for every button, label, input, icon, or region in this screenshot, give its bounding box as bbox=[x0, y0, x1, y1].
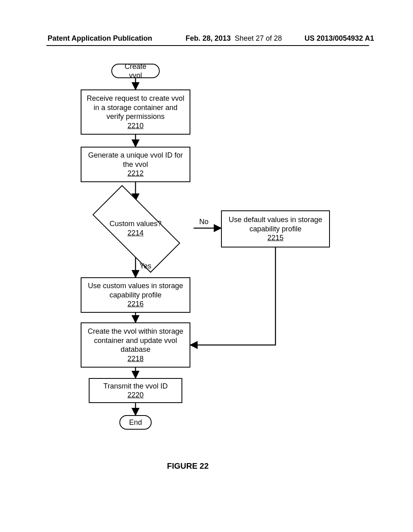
process-2220-text: Transmit the vvol ID bbox=[103, 382, 167, 391]
process-2216-ref: 2216 bbox=[127, 299, 144, 309]
process-2212: Generate a unique vvol ID for the vvol 2… bbox=[81, 147, 190, 182]
process-2218: Create the vvol within storage container… bbox=[81, 322, 190, 368]
process-2212-ref: 2212 bbox=[127, 169, 144, 178]
process-2210-ref: 2210 bbox=[127, 121, 144, 131]
process-2212-text: Generate a unique vvol ID for the vvol bbox=[84, 151, 187, 169]
process-2215-ref: 2215 bbox=[267, 233, 284, 243]
decision-2214-ref: 2214 bbox=[127, 229, 144, 237]
figure-caption: FIGURE 22 bbox=[167, 461, 209, 471]
decision-2214-label: Custom values? 2214 bbox=[103, 219, 168, 237]
process-2210: Receive request to create vvol in a stor… bbox=[81, 89, 190, 135]
flow-arrows bbox=[0, 0, 413, 532]
flowchart: Create vvol Receive request to create vv… bbox=[0, 0, 413, 532]
terminator-end-label: End bbox=[129, 418, 142, 427]
edge-label-yes: Yes bbox=[140, 262, 151, 270]
process-2220-ref: 2220 bbox=[127, 391, 144, 400]
edge-label-no: No bbox=[199, 218, 209, 226]
process-2215: Use default values in storage capability… bbox=[221, 210, 330, 247]
terminator-start-label: Create vvol bbox=[120, 62, 151, 80]
terminator-end: End bbox=[119, 415, 152, 430]
process-2216-text: Use custom values in storage capability … bbox=[84, 281, 187, 299]
process-2216: Use custom values in storage capability … bbox=[81, 277, 190, 313]
process-2215-text: Use default values in storage capability… bbox=[224, 215, 327, 233]
terminator-start: Create vvol bbox=[111, 64, 160, 78]
process-2210-text: Receive request to create vvol in a stor… bbox=[84, 94, 187, 121]
decision-2214-text: Custom values? bbox=[109, 220, 161, 228]
process-2218-ref: 2218 bbox=[127, 354, 144, 364]
process-2220: Transmit the vvol ID 2220 bbox=[89, 378, 182, 403]
process-2218-text: Create the vvol within storage container… bbox=[84, 327, 187, 354]
patent-page: Patent Application Publication Feb. 28, … bbox=[0, 0, 413, 532]
